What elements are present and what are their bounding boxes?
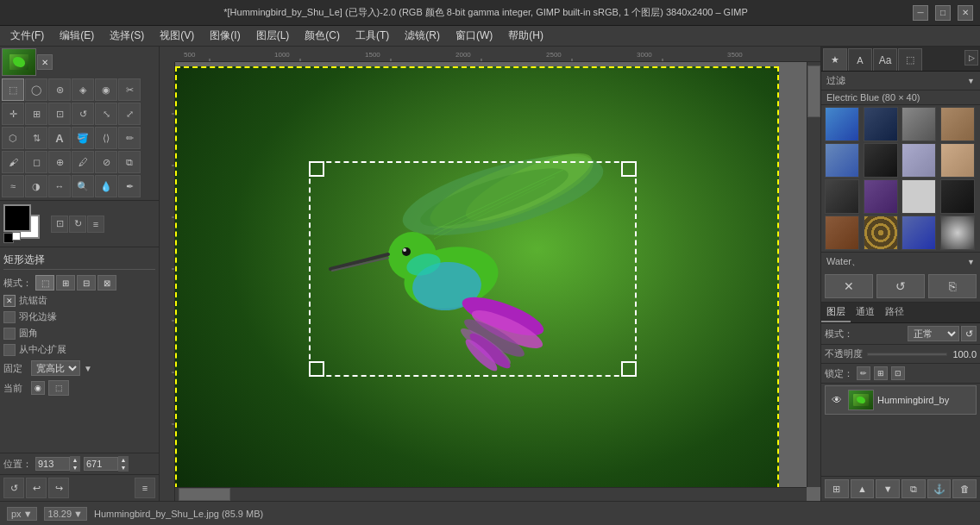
menu-file[interactable]: 文件(F) <box>3 27 51 45</box>
tab-star[interactable]: ★ <box>823 48 847 71</box>
tab-pattern[interactable]: A <box>848 48 872 71</box>
brush-item-2[interactable] <box>864 107 898 141</box>
menu-edit[interactable]: 编辑(E) <box>53 27 101 45</box>
tool-eraser[interactable]: ◻ <box>25 151 47 173</box>
x-spin-up[interactable]: ▲ <box>70 456 80 464</box>
y-spin-up[interactable]: ▲ <box>118 456 129 464</box>
minimize-button[interactable]: ─ <box>913 5 928 21</box>
mode-add[interactable]: ⊞ <box>56 275 75 291</box>
current-icon[interactable]: ◉ <box>31 381 45 395</box>
brush-item-3[interactable] <box>901 107 936 141</box>
tool-rect-select[interactable]: ⬚ <box>2 78 24 101</box>
tool-path[interactable]: ✒ <box>118 175 141 197</box>
menu-image[interactable]: 图像(I) <box>203 27 247 45</box>
image-viewport[interactable] <box>175 62 807 487</box>
expand-right-panel-btn[interactable]: ▷ <box>964 50 978 66</box>
tool-heal[interactable]: ⊘ <box>95 151 117 173</box>
tool-scissors[interactable]: ✂ <box>118 78 141 101</box>
tool-scale[interactable]: ⤡ <box>95 103 117 125</box>
brush-item-13[interactable] <box>825 216 859 250</box>
x-position-input[interactable] <box>35 457 70 471</box>
tab-gradient[interactable]: ⬚ <box>898 48 922 71</box>
scrollbar-vertical[interactable] <box>807 62 820 487</box>
brush-item-11[interactable] <box>901 179 936 214</box>
brush-item-9[interactable] <box>825 179 859 214</box>
tool-crop[interactable]: ⊡ <box>48 103 71 125</box>
brush-item-16[interactable] <box>940 216 975 250</box>
mode-replace[interactable]: ⬚ <box>35 275 54 291</box>
refresh-brush-btn[interactable]: ↺ <box>876 274 925 298</box>
zoom-selector[interactable]: 18.29 ▼ <box>44 507 87 521</box>
tool-extra-1[interactable]: ⊡ <box>51 216 68 233</box>
tool-measure[interactable]: ↔ <box>48 175 71 197</box>
fixed-select[interactable]: 宽高比 <box>31 360 80 376</box>
menu-windows[interactable]: 窗口(W) <box>449 27 499 45</box>
tool-align[interactable]: ⊞ <box>25 103 47 125</box>
brush-item-6[interactable] <box>864 143 898 178</box>
reset-btn[interactable]: ↺ <box>3 478 24 498</box>
move-layer-down-btn[interactable]: ▼ <box>876 479 900 498</box>
tool-dodge[interactable]: ◑ <box>25 175 47 197</box>
tool-clone[interactable]: ⧉ <box>118 151 141 173</box>
tab-font[interactable]: Aa <box>873 48 897 71</box>
undo-btn[interactable]: ↩ <box>26 478 47 498</box>
move-layer-up-btn[interactable]: ▲ <box>851 479 875 498</box>
menu-layer[interactable]: 图层(L) <box>249 27 297 45</box>
tool-paintbrush[interactable]: 🖌 <box>2 151 24 173</box>
brush-item-4[interactable] <box>940 107 975 141</box>
current-extra[interactable]: ⬚ <box>48 380 69 396</box>
brush-item-14[interactable] <box>864 216 898 250</box>
tool-extra-3[interactable]: ≡ <box>87 216 104 233</box>
mode-subtract[interactable]: ⊟ <box>77 275 96 291</box>
image-close-btn[interactable]: ✕ <box>37 54 53 70</box>
scrollbar-thumb-h[interactable] <box>179 488 230 501</box>
tool-color-picker[interactable]: 💧 <box>95 175 117 197</box>
duplicate-brush-btn[interactable]: ⎘ <box>928 274 977 298</box>
brush-item-7[interactable] <box>901 143 936 178</box>
menu-tools[interactable]: 工具(T) <box>349 27 396 45</box>
tab-layers[interactable]: 图层 <box>821 303 851 322</box>
mode-intersect[interactable]: ⊠ <box>97 275 116 291</box>
layer-visibility-eye[interactable]: 👁 <box>829 392 845 408</box>
layer-mode-select[interactable]: 正常 <box>908 326 959 341</box>
unit-selector[interactable]: px ▼ <box>7 507 37 521</box>
scrollbar-horizontal[interactable] <box>175 487 807 501</box>
lock-alpha-btn[interactable]: ⊞ <box>874 366 888 380</box>
menu-filters[interactable]: 滤镜(R) <box>398 27 447 45</box>
lock-position-btn[interactable]: ⊡ <box>891 366 905 380</box>
layer-mode-undo[interactable]: ↺ <box>961 326 977 341</box>
lock-pixels-btn[interactable]: ✏ <box>857 366 870 380</box>
new-layer-btn[interactable]: ⊞ <box>825 479 849 498</box>
tool-ink[interactable]: 🖊 <box>72 151 94 173</box>
expand-checkbox[interactable] <box>3 344 16 356</box>
menu-view[interactable]: 视图(V) <box>153 27 201 45</box>
filter-dropdown[interactable]: ▼ <box>967 77 975 85</box>
brush-item-1[interactable] <box>825 107 859 141</box>
tool-smudge[interactable]: ≈ <box>2 175 24 197</box>
settings-btn[interactable]: ≡ <box>135 478 155 498</box>
delete-layer-btn[interactable]: 🗑 <box>952 479 977 498</box>
tab-channels[interactable]: 通道 <box>851 303 880 322</box>
scrollbar-thumb-v[interactable] <box>807 66 820 117</box>
menu-colors[interactable]: 颜色(C) <box>298 27 347 45</box>
brush-item-15[interactable] <box>901 216 936 250</box>
brush-item-5[interactable] <box>825 143 859 178</box>
tool-text[interactable]: A <box>48 127 71 149</box>
tool-airbrush[interactable]: ⊕ <box>48 151 71 173</box>
tool-perspective[interactable]: ⬡ <box>2 127 24 149</box>
tool-free-select[interactable]: ⊛ <box>48 78 71 101</box>
feather-checkbox[interactable] <box>3 311 16 323</box>
tool-flip[interactable]: ⇅ <box>25 127 47 149</box>
tool-extra-2[interactable]: ↻ <box>69 216 86 233</box>
duplicate-layer-btn[interactable]: ⧉ <box>901 479 926 498</box>
tool-shear[interactable]: ⤢ <box>118 103 141 125</box>
foreground-color[interactable] <box>3 204 31 232</box>
tool-fuzzy-select[interactable]: ◈ <box>72 78 94 101</box>
fixed-arrow[interactable]: ▼ <box>84 364 92 373</box>
anti-alias-checkbox[interactable]: ✕ <box>3 295 16 307</box>
y-position-input[interactable] <box>84 457 118 471</box>
tool-rotate[interactable]: ↺ <box>72 103 94 125</box>
tool-blend[interactable]: ⟨⟩ <box>95 127 117 149</box>
tab-paths[interactable]: 路径 <box>880 303 909 322</box>
menu-select[interactable]: 选择(S) <box>103 27 151 45</box>
